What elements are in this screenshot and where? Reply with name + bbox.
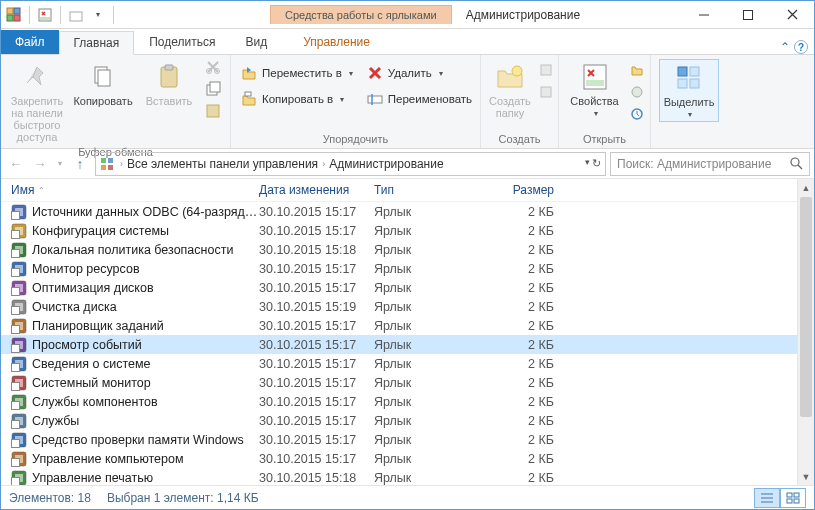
- list-item[interactable]: Очистка диска30.10.2015 15:19Ярлык2 КБ: [1, 297, 797, 316]
- svg-rect-30: [678, 79, 687, 88]
- svg-rect-32: [101, 158, 106, 163]
- minimize-button[interactable]: [682, 1, 726, 29]
- thumbnails-view-button[interactable]: [780, 488, 806, 508]
- list-item[interactable]: Службы30.10.2015 15:17Ярлык2 КБ: [1, 411, 797, 430]
- maximize-button[interactable]: [726, 1, 770, 29]
- open-icon[interactable]: [630, 63, 644, 77]
- address-bar[interactable]: › Все элементы панели управления › Админ…: [95, 152, 606, 176]
- move-to-button[interactable]: Переместить в ▾: [237, 63, 357, 83]
- qat-dropdown-icon[interactable]: ▾: [89, 6, 107, 24]
- item-size: 2 КБ: [484, 395, 564, 409]
- svg-rect-34: [101, 165, 106, 170]
- nav-back-button[interactable]: ←: [5, 153, 27, 175]
- list-item[interactable]: Управление печатью30.10.2015 15:18Ярлык2…: [1, 468, 797, 485]
- scroll-up-icon[interactable]: ▲: [798, 179, 814, 196]
- svg-point-26: [632, 87, 642, 97]
- tab-share[interactable]: Поделиться: [134, 30, 230, 54]
- refresh-icon[interactable]: ↻: [592, 157, 601, 170]
- copy-button[interactable]: Копировать: [73, 59, 133, 109]
- tab-manage[interactable]: Управление: [288, 30, 385, 54]
- nav-up-button[interactable]: ↑: [69, 153, 91, 175]
- item-size: 2 КБ: [484, 243, 564, 257]
- item-size: 2 КБ: [484, 357, 564, 371]
- item-type: Ярлык: [374, 300, 484, 314]
- list-item[interactable]: Просмотр событий30.10.2015 15:17Ярлык2 К…: [1, 335, 797, 354]
- tab-home[interactable]: Главная: [59, 31, 135, 55]
- scroll-down-icon[interactable]: ▼: [798, 468, 814, 485]
- item-name: Просмотр событий: [32, 338, 259, 352]
- rename-button[interactable]: Переименовать: [363, 89, 476, 109]
- svg-rect-67: [15, 474, 23, 482]
- svg-rect-22: [541, 65, 551, 75]
- paste-shortcut-icon[interactable]: [205, 103, 221, 119]
- column-size[interactable]: Размер: [484, 183, 564, 197]
- item-type: Ярлык: [374, 319, 484, 333]
- column-date[interactable]: Дата изменения: [259, 183, 374, 197]
- properties-icon: [579, 61, 611, 93]
- svg-rect-48: [12, 300, 26, 314]
- list-item[interactable]: Сведения о системе30.10.2015 15:17Ярлык2…: [1, 354, 797, 373]
- search-input[interactable]: Поиск: Администрирование: [610, 152, 810, 176]
- list-item[interactable]: Оптимизация дисков30.10.2015 15:17Ярлык2…: [1, 278, 797, 297]
- ribbon-collapse-icon[interactable]: ⌃: [780, 40, 790, 54]
- list-item[interactable]: Системный монитор30.10.2015 15:17Ярлык2 …: [1, 373, 797, 392]
- list-item[interactable]: Локальная политика безопасности30.10.201…: [1, 240, 797, 259]
- address-dropdown-icon[interactable]: ▾: [585, 157, 590, 170]
- new-folder-qat-icon[interactable]: [67, 6, 85, 24]
- status-selection: Выбран 1 элемент: 1,14 КБ: [107, 491, 259, 505]
- list-item[interactable]: Источники данных ODBC (64-разрядна...30.…: [1, 202, 797, 221]
- list-item[interactable]: Монитор ресурсов30.10.2015 15:17Ярлык2 К…: [1, 259, 797, 278]
- copy-path-icon[interactable]: [205, 81, 221, 97]
- rename-label: Переименовать: [388, 93, 472, 105]
- properties-button[interactable]: Свойства ▾: [565, 59, 624, 120]
- easy-access-icon[interactable]: [539, 85, 553, 99]
- select-button[interactable]: Выделить ▾: [659, 59, 719, 122]
- nav-forward-button[interactable]: →: [29, 153, 51, 175]
- copy-to-button[interactable]: Копировать в ▾: [237, 89, 357, 109]
- tab-view[interactable]: Вид: [230, 30, 282, 54]
- item-name: Очистка диска: [32, 300, 259, 314]
- history-icon[interactable]: [630, 107, 644, 121]
- svg-rect-53: [15, 341, 23, 349]
- item-size: 2 КБ: [484, 338, 564, 352]
- list-item[interactable]: Средство проверки памяти Windows30.10.20…: [1, 430, 797, 449]
- breadcrumb-root[interactable]: Все элементы панели управления: [127, 157, 318, 171]
- new-item-icon[interactable]: [539, 63, 553, 77]
- column-name[interactable]: Имя ⌃: [11, 183, 259, 197]
- list-item[interactable]: Планировщик заданий30.10.2015 15:17Ярлык…: [1, 316, 797, 335]
- system-menu-icon[interactable]: [5, 6, 23, 24]
- ribbon-help-icon[interactable]: ?: [794, 40, 808, 54]
- item-type: Ярлык: [374, 281, 484, 295]
- item-date: 30.10.2015 15:17: [259, 319, 374, 333]
- window-title: Администрирование: [466, 8, 580, 22]
- shortcut-icon: [11, 223, 27, 239]
- edit-icon[interactable]: [630, 85, 644, 99]
- item-type: Ярлык: [374, 205, 484, 219]
- close-button[interactable]: [770, 1, 814, 29]
- select-group-label: [657, 132, 721, 148]
- breadcrumb-current[interactable]: Администрирование: [329, 157, 443, 171]
- pin-button[interactable]: Закрепить на панели быстрого доступа: [7, 59, 67, 145]
- paste-button[interactable]: Вставить: [139, 59, 199, 109]
- cut-icon[interactable]: [205, 59, 221, 75]
- dropdown-caret-icon: ▾: [594, 109, 598, 118]
- column-type[interactable]: Тип: [374, 183, 484, 197]
- scroll-thumb[interactable]: [800, 197, 812, 417]
- item-size: 2 КБ: [484, 205, 564, 219]
- svg-rect-42: [12, 243, 26, 257]
- list-item[interactable]: Службы компонентов30.10.2015 15:17Ярлык2…: [1, 392, 797, 411]
- list-item[interactable]: Конфигурация системы30.10.2015 15:17Ярлы…: [1, 221, 797, 240]
- vertical-scrollbar[interactable]: ▲ ▼: [797, 179, 814, 485]
- tab-file[interactable]: Файл: [1, 30, 59, 54]
- item-type: Ярлык: [374, 243, 484, 257]
- details-view-button[interactable]: [754, 488, 780, 508]
- delete-button[interactable]: Удалить ▾: [363, 63, 476, 83]
- properties-qat-icon[interactable]: [36, 6, 54, 24]
- nav-recent-dropdown[interactable]: ▾: [53, 153, 67, 175]
- list-item[interactable]: Управление компьютером30.10.2015 15:17Яр…: [1, 449, 797, 468]
- item-name: Сведения о системе: [32, 357, 259, 371]
- svg-rect-61: [15, 417, 23, 425]
- shortcut-icon: [11, 318, 27, 334]
- new-folder-button[interactable]: Создать папку: [487, 59, 533, 121]
- svg-rect-40: [12, 224, 26, 238]
